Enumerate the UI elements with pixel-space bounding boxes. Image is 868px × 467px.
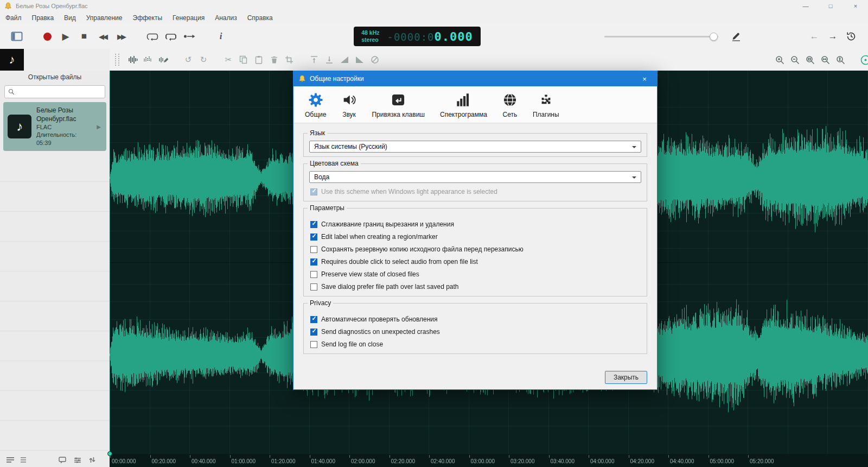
menu-item[interactable]: Генерация <box>173 14 205 22</box>
waveform-bars-icon <box>128 55 138 64</box>
copy-button[interactable] <box>237 53 251 67</box>
zoom-out-button[interactable] <box>788 53 802 67</box>
menu-item[interactable]: Вид <box>64 14 76 22</box>
trim-icon <box>310 55 318 64</box>
paste-button[interactable] <box>252 53 266 67</box>
silence-button[interactable] <box>322 53 336 67</box>
delete-button[interactable] <box>267 53 281 67</box>
tab-sound[interactable]: Звук <box>336 91 361 119</box>
stop-button[interactable]: ■ <box>75 27 93 46</box>
minimize-button[interactable]: — <box>793 0 818 12</box>
tab-network[interactable]: Сеть <box>497 91 522 119</box>
zoom-selection-button[interactable] <box>803 53 817 67</box>
checkbox[interactable] <box>310 283 317 291</box>
group-label: Цветовая схема <box>308 160 361 167</box>
redo-button[interactable]: ↻ <box>196 53 210 67</box>
edit-mode-button[interactable] <box>727 27 745 46</box>
parameter-checkbox-row[interactable]: Сглаживание границ вырезания и удаления <box>310 220 640 228</box>
maximize-button[interactable]: □ <box>818 0 843 12</box>
cut-button[interactable]: ✂ <box>221 53 235 67</box>
checkbox[interactable] <box>310 316 317 323</box>
checkbox[interactable] <box>310 246 317 253</box>
close-settings-button[interactable]: Закрыть <box>605 371 647 384</box>
checkbox[interactable] <box>310 258 317 266</box>
menu-item[interactable]: Анализ <box>215 14 237 22</box>
menu-item[interactable]: Справка <box>247 14 273 22</box>
fade-in-button[interactable] <box>337 53 352 67</box>
nav-forward-button[interactable]: → <box>824 27 842 46</box>
checkbox[interactable] <box>310 234 317 241</box>
view-mode-dot-button[interactable] <box>858 53 868 67</box>
search-input[interactable] <box>17 88 101 96</box>
tab-key-bindings[interactable]: Привязка клавиш <box>367 91 430 119</box>
display-wave-button[interactable] <box>126 53 140 67</box>
dialog-close-button[interactable]: × <box>637 71 652 86</box>
zoom-fit-height-button[interactable] <box>833 53 847 67</box>
sort-arrows-icon[interactable] <box>89 457 95 464</box>
time-ruler[interactable]: 00:00.00000:20.00000:40.00001:00.00001:2… <box>110 454 868 467</box>
music-note-icon: ♪ <box>9 53 15 67</box>
zoom-in-button[interactable] <box>773 53 787 67</box>
close-button[interactable]: × <box>843 0 868 12</box>
fast-forward-button[interactable]: ▶▶ <box>112 27 130 46</box>
info-button[interactable]: i <box>212 27 230 46</box>
nav-back-button[interactable]: ← <box>805 27 824 46</box>
tab-spectrogram[interactable]: Спектрограмма <box>435 91 492 119</box>
privacy-checkbox-row[interactable]: Send diagnostics on unexpected crashes <box>310 328 640 336</box>
checkbox[interactable] <box>310 221 317 228</box>
undo-button[interactable]: ↺ <box>181 53 195 67</box>
play-button[interactable]: ▶ <box>56 27 75 46</box>
parameter-checkbox-row[interactable]: Requires double click to select audio fr… <box>310 258 640 266</box>
parameter-checkbox-row[interactable]: Preserve view state of closed files <box>310 270 640 278</box>
scheme-checkbox-row[interactable]: Use this scheme when Windows light appea… <box>310 188 640 195</box>
display-edit-button[interactable] <box>156 53 170 67</box>
parameter-checkbox-row[interactable]: Сохранять резервную копию исходного файл… <box>310 245 640 253</box>
display-dots-button[interactable] <box>141 53 155 67</box>
history-button[interactable] <box>842 27 860 46</box>
list-view-icon[interactable] <box>7 457 14 463</box>
trim-button[interactable] <box>307 53 321 67</box>
comment-icon[interactable] <box>59 457 66 464</box>
scheme-select[interactable]: Вода <box>309 171 641 183</box>
privacy-checkbox-row[interactable]: Send log file on close <box>310 340 640 348</box>
tab-plugins[interactable]: Плагины <box>528 91 564 119</box>
file-play-icon[interactable]: ▶ <box>97 124 102 130</box>
menu-item[interactable]: Файл <box>5 14 22 22</box>
dialog-titlebar[interactable]: Общие настройки × <box>293 71 657 86</box>
window-controls: — □ × <box>793 0 868 12</box>
zoom-fit-width-button[interactable] <box>818 53 832 67</box>
checkbox[interactable] <box>310 341 317 348</box>
rewind-button[interactable]: ◀◀ <box>93 27 112 46</box>
play-from-cursor-button[interactable] <box>180 27 199 46</box>
playhead-marker[interactable] <box>107 451 112 456</box>
levels-icon[interactable] <box>74 457 81 464</box>
language-select[interactable]: Язык системы (Русский) <box>309 141 641 153</box>
slider-knob[interactable] <box>710 33 718 41</box>
volume-slider[interactable] <box>604 27 718 46</box>
panel-toggle-button[interactable] <box>8 27 26 46</box>
fade-out-button[interactable] <box>353 53 367 67</box>
repeat-button[interactable] <box>143 27 162 46</box>
parameter-checkbox-row[interactable]: Save dialog prefer file path over last s… <box>310 283 640 291</box>
toolbar-drag-handle[interactable] <box>115 54 119 66</box>
checkbox[interactable] <box>310 188 317 195</box>
checkbox[interactable] <box>310 329 317 336</box>
search-box[interactable] <box>4 85 105 98</box>
parameter-checkbox-row[interactable]: Edit label when creating a region/marker <box>310 233 640 241</box>
open-file-item[interactable]: ♪ Белые Розы Оренбург.flac FLAC Длительн… <box>3 102 106 151</box>
time-label: 00:40.000 <box>192 458 216 464</box>
privacy-checkbox-row[interactable]: Автоматически проверять обновления <box>310 315 640 323</box>
crop-button[interactable] <box>282 53 296 67</box>
menu-item[interactable]: Управление <box>86 14 123 22</box>
menu-item[interactable]: Правка <box>32 14 54 22</box>
mute-button[interactable] <box>368 53 382 67</box>
menu-item[interactable]: Эффекты <box>133 14 163 22</box>
audio-tab-tile[interactable]: ♪ <box>0 49 24 71</box>
record-button[interactable] <box>38 27 56 46</box>
tab-general[interactable]: Общие <box>300 91 331 119</box>
compact-list-icon[interactable] <box>21 457 28 463</box>
checkbox[interactable] <box>310 271 317 278</box>
loop-selection-button[interactable] <box>162 27 180 46</box>
file-duration: Длительность: 05:39 <box>36 131 92 147</box>
transport-toolbar: ▶ ■ ◀◀ ▶▶ i 48 kHz stereo -0000:0 0.000 <box>0 24 868 49</box>
